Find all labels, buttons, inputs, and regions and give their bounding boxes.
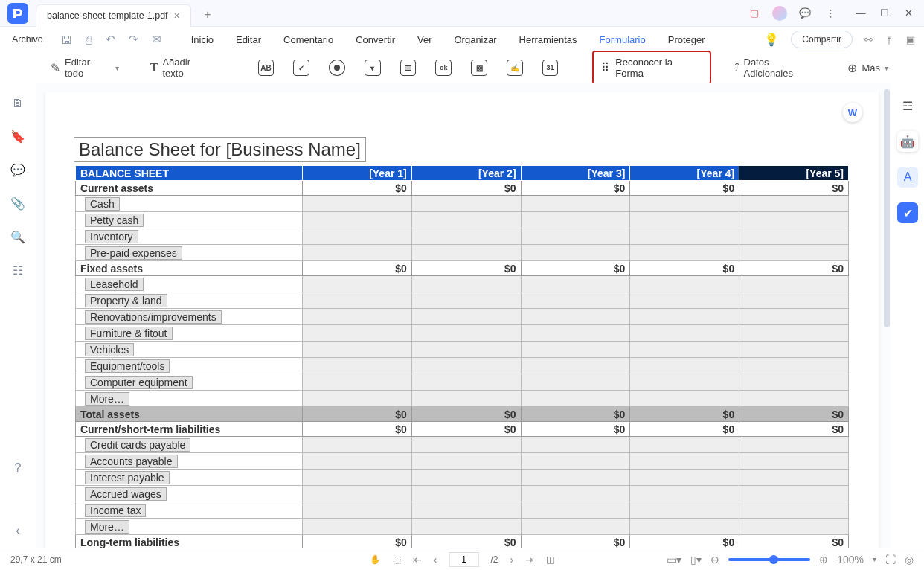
titlebar: balance-sheet-template-1.pdf × + ▢ 💬 ⋮ —…	[0, 0, 924, 27]
print-icon[interactable]: ⎙	[86, 33, 92, 46]
textfield-tool[interactable]: AB	[258, 60, 275, 76]
recognize-icon: ⠿	[601, 61, 609, 74]
redo-icon[interactable]: ↷	[129, 33, 138, 46]
menu-tab-comentario[interactable]: Comentario	[283, 34, 333, 45]
statusbar: 29,7 x 21 cm ✋ ⬚ ⇤ ‹ /2 › ⇥ ◫ ▭▾ ▯▾ ⊖ ⊕ …	[0, 548, 924, 570]
bookmarks-icon[interactable]: 🔖	[10, 129, 25, 144]
pdf-page[interactable]: W Balance Sheet for [Business Name] BALA…	[45, 92, 879, 548]
cloud-upload-icon[interactable]: ⭱	[885, 34, 894, 45]
checkbox-tool[interactable]: ✓	[293, 60, 309, 76]
signature-tool[interactable]: ✍	[507, 60, 523, 76]
more-icon: ⊕	[847, 61, 857, 75]
select-tool-icon[interactable]: ⬚	[393, 554, 401, 565]
pencil-icon: ✎	[51, 61, 60, 75]
check-icon[interactable]: ✔	[897, 202, 918, 223]
upload-icon: ⤴	[734, 61, 739, 74]
menu-tab-proteger[interactable]: Proteger	[668, 34, 705, 45]
chevron-down-icon: ▾	[115, 64, 119, 72]
menu-tab-convertir[interactable]: Convertir	[356, 34, 395, 45]
share-button[interactable]: Compartir	[791, 31, 853, 48]
comments-icon[interactable]: 💬	[10, 163, 25, 177]
reconocer-forma-button[interactable]: ⠿ Reconocer la Forma	[592, 51, 710, 85]
ai-icon[interactable]: A	[897, 167, 918, 188]
radio-tool[interactable]	[329, 60, 345, 76]
left-rail: 🗎 🔖 💬 📎 🔍 ☷ ? ‹	[0, 83, 36, 548]
right-rail: ☲ 🤖 A ✔	[891, 83, 924, 548]
main-area: 🗎 🔖 💬 📎 🔍 ☷ ? ‹ W Balance Sheet for [Bus…	[0, 83, 924, 548]
bulb-icon[interactable]: 💡	[764, 33, 779, 47]
reading-mode-icon[interactable]: ◎	[905, 554, 914, 566]
app-logo	[7, 3, 28, 24]
date-tool[interactable]: 31	[542, 60, 559, 76]
page-size-label: 29,7 x 21 cm	[10, 554, 62, 565]
page-thumbs-icon[interactable]: 🗎	[12, 97, 24, 110]
menu-tab-formulario[interactable]: Formulario	[600, 34, 646, 45]
form-toolbar: ✎ Editar todo ▾ T Añadir texto AB ✓ ▾ ☰ …	[0, 52, 924, 83]
last-page-icon[interactable]: ⇥	[525, 554, 534, 566]
doc-title: Balance Sheet for [Business Name]	[74, 137, 366, 162]
page-total-label: /2	[490, 554, 498, 565]
canvas: W Balance Sheet for [Business Name] BALA…	[36, 83, 891, 548]
close-tab-icon[interactable]: ×	[174, 10, 180, 22]
collapse-left-icon[interactable]: ‹	[16, 524, 19, 537]
kebab-icon[interactable]: ⋮	[823, 6, 838, 21]
balance-sheet-table: BALANCE SHEET[Year 1][Year 2][Year 3][Ye…	[75, 165, 849, 548]
fit-width-icon[interactable]: ▭▾	[667, 554, 681, 566]
zoom-out-icon[interactable]: ⊖	[710, 554, 719, 566]
spread-icon[interactable]: ▯▾	[690, 554, 702, 566]
zoom-slider[interactable]	[728, 558, 810, 561]
window-icon[interactable]: ▣	[906, 34, 915, 45]
list-tool[interactable]: ☰	[400, 60, 417, 76]
menu-tab-inicio[interactable]: Inicio	[191, 34, 214, 45]
close-window-button[interactable]: ✕	[903, 8, 914, 19]
add-tab-button[interactable]: +	[197, 4, 218, 25]
convert-to-word-icon[interactable]: W	[843, 103, 862, 122]
hierarchy-icon[interactable]: ⚯	[864, 34, 873, 45]
vertical-scrollbar[interactable]	[884, 89, 890, 327]
maximize-button[interactable]: ☐	[879, 8, 890, 19]
file-menu[interactable]: Archivo	[9, 34, 46, 45]
datos-adicionales-button[interactable]: ⤴ Datos Adicionales	[729, 54, 824, 82]
chevron-down-icon: ▾	[885, 64, 888, 72]
robot-icon[interactable]: 🤖	[897, 131, 918, 152]
save-icon[interactable]: 🖫	[61, 33, 72, 46]
fullscreen-icon[interactable]: ⛶	[885, 554, 896, 566]
layers-icon[interactable]: ☷	[13, 263, 23, 278]
dropdown-tool[interactable]: ▾	[365, 60, 381, 76]
menu-tabs: InicioEditarComentarioConvertirVerOrgani…	[191, 34, 705, 45]
help-icon[interactable]: ?	[15, 461, 22, 475]
document-tab-title: balance-sheet-template-1.pdf	[47, 10, 168, 21]
editar-todo-button[interactable]: ✎ Editar todo ▾	[46, 54, 123, 82]
first-page-icon[interactable]: ⇤	[413, 554, 422, 566]
properties-icon[interactable]: ☲	[897, 95, 918, 116]
prev-page-icon[interactable]: ‹	[434, 554, 437, 566]
page-input[interactable]	[449, 552, 478, 567]
hand-tool-icon[interactable]: ✋	[370, 554, 381, 565]
crop-tool-icon[interactable]: ◫	[546, 554, 554, 565]
text-cursor-icon: T	[150, 61, 158, 74]
menu-tab-ver[interactable]: Ver	[417, 34, 432, 45]
anadir-texto-button[interactable]: T Añadir texto	[146, 54, 218, 82]
next-page-icon[interactable]: ›	[510, 554, 514, 566]
avatar-icon[interactable]	[772, 6, 787, 21]
menu-tab-editar[interactable]: Editar	[236, 34, 261, 45]
menubar: Archivo 🖫 ⎙ ↶ ↷ ✉ InicioEditarComentario…	[0, 27, 924, 52]
search-icon[interactable]: 🔍	[10, 230, 25, 244]
chat-icon[interactable]: 💬	[798, 6, 812, 21]
button-tool[interactable]: ok	[435, 60, 452, 76]
minimize-button[interactable]: —	[856, 8, 866, 19]
document-tab[interactable]: balance-sheet-template-1.pdf ×	[36, 4, 191, 27]
zoom-dropdown-icon[interactable]: ▾	[873, 555, 876, 563]
attachments-icon[interactable]: 📎	[10, 196, 25, 211]
image-tool[interactable]: ▨	[471, 60, 487, 76]
mas-button[interactable]: ⊕ Más ▾	[843, 58, 893, 78]
note-icon[interactable]: ▢	[747, 6, 762, 21]
undo-icon[interactable]: ↶	[106, 33, 115, 46]
zoom-in-icon[interactable]: ⊕	[819, 554, 828, 566]
menu-tab-herramientas[interactable]: Herramientas	[519, 34, 577, 45]
zoom-label: 100%	[837, 554, 864, 566]
menu-tab-organizar[interactable]: Organizar	[454, 34, 496, 45]
mail-icon[interactable]: ✉	[152, 33, 161, 46]
